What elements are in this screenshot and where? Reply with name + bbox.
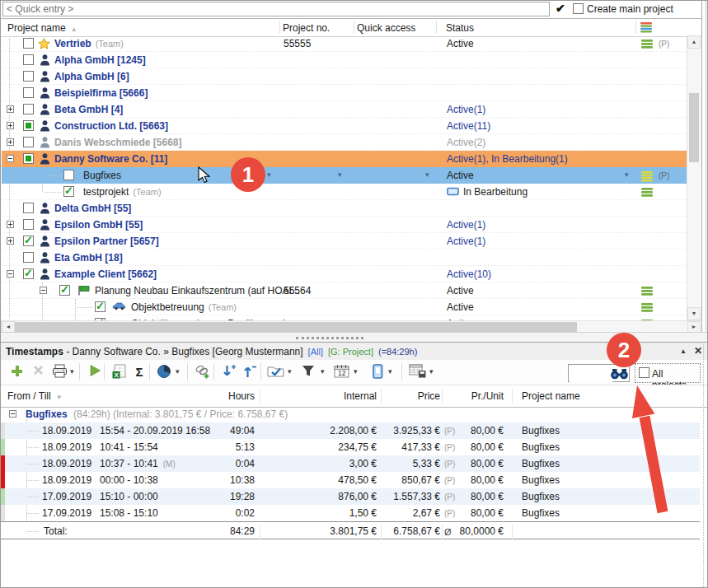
tree-vertical-scrollbar[interactable]: ▲ ▼ <box>687 35 701 320</box>
column-project-name[interactable]: Project name <box>522 390 580 402</box>
expander-minus-icon[interactable] <box>7 270 14 278</box>
tree-row-example-client[interactable]: Example Client [5662] Active(10) <box>2 266 687 282</box>
column-project-name[interactable]: Project name▲ <box>7 22 77 34</box>
expander-plus-icon[interactable] <box>7 221 14 228</box>
excel-export-button[interactable]: X <box>110 364 128 380</box>
expander-plus-icon[interactable] <box>7 105 14 113</box>
chevron-down-icon[interactable]: ▾ <box>625 170 629 179</box>
tree-row-danis[interactable]: Danis Webschmiede [5668] Active(2) <box>2 134 687 151</box>
timestamp-row[interactable]: 18.09.2019 10:37 - 10:41(M) 0:04 3,00 € … <box>1 455 700 472</box>
status-lines-icon[interactable] <box>640 286 654 299</box>
checkbox-checked[interactable] <box>59 285 70 296</box>
chevron-down-icon[interactable]: ▾ <box>267 170 271 179</box>
timestamp-row[interactable]: 18.09.2019 00:00 - 10:38 10:38 478,50 € … <box>1 472 700 488</box>
checkbox-unchecked[interactable] <box>63 170 74 180</box>
checkbox-partial[interactable] <box>23 120 34 131</box>
scroll-right-button[interactable]: ► <box>687 321 701 333</box>
print-button[interactable] <box>50 364 68 380</box>
tree-row-delta[interactable]: Delta GmbH [55] <box>2 200 687 217</box>
column-pr-unit[interactable]: Pr./Unit <box>456 390 504 402</box>
tree-horizontal-scrollbar[interactable]: ◄ ► <box>1 320 701 333</box>
pie-chart-dropdown[interactable]: ▾ <box>176 367 180 376</box>
checkbox-checked[interactable] <box>23 236 34 246</box>
checkbox-unchecked[interactable] <box>23 104 34 114</box>
chevron-down-icon[interactable]: ▾ <box>425 170 429 179</box>
link-add-button[interactable] <box>193 364 211 380</box>
tree-row-construction[interactable]: Construction Ltd. [5663] Active(11) <box>2 118 687 134</box>
tree-row-bugfixes[interactable]: Bugfixes ▾ ▾ ▾ Active ▾ (P) <box>2 167 687 184</box>
column-price[interactable]: Price <box>354 390 440 402</box>
tree-row-planung-neubau[interactable]: Planung Neubau Einkaufszentrum (auf HOAI… <box>2 282 687 299</box>
move-up-remove-button[interactable] <box>240 364 258 380</box>
column-status[interactable]: Status <box>446 22 474 34</box>
tree-row-vertrieb[interactable]: Vertrieb(Team) 55555 Active (P) <box>2 35 687 52</box>
checkbox-checked[interactable] <box>23 268 34 279</box>
all-projects-checkbox[interactable] <box>639 367 649 378</box>
tree-row-beta[interactable]: Beta GmbH [4] Active(1) <box>2 101 687 118</box>
column-quick-access[interactable]: Quick access <box>357 22 415 34</box>
tree-row-objektbetreuung[interactable]: Objektbetreuung(Team) Active <box>2 299 687 315</box>
binoculars-icon[interactable] <box>610 368 629 382</box>
checkbox-unchecked[interactable] <box>23 219 34 230</box>
status-lines-icon[interactable] <box>640 170 654 184</box>
start-timer-button[interactable] <box>86 364 104 380</box>
status-lines-icon[interactable] <box>640 187 654 200</box>
chevron-down-icon[interactable]: ▾ <box>338 170 342 179</box>
calendar-button[interactable]: 12 <box>332 364 350 380</box>
checkbox-unchecked[interactable] <box>23 137 34 147</box>
timestamp-row[interactable]: 18.09.2019 10:41 - 15:54 5:13 234,75 € 4… <box>1 439 700 455</box>
create-main-project-checkbox[interactable] <box>573 3 584 14</box>
expander-minus-icon[interactable] <box>7 155 14 162</box>
tree-row-eta[interactable]: Eta GmbH [18] <box>2 250 687 266</box>
tree-row-beispielfirma[interactable]: Beispielfirma [5666] <box>2 85 687 101</box>
checkbox-unchecked[interactable] <box>23 54 34 65</box>
filter-button[interactable] <box>299 364 317 380</box>
checkbox-checked[interactable] <box>63 186 74 197</box>
group-row-bugfixes[interactable]: Bugfixes (84:29h) (Internal: 3.801,75 € … <box>1 406 700 422</box>
folder-check-dropdown[interactable]: ▾ <box>288 367 292 376</box>
tree-row-alpha-6[interactable]: Alpha GmbH [6] <box>2 68 687 85</box>
filter-dropdown[interactable]: ▾ <box>321 367 325 376</box>
tree-row-alpha-1245[interactable]: Alpha GmbH [1245] <box>2 52 687 68</box>
timestamp-row[interactable]: 18.09.2019 15:54 - 20.09.2019 16:58 49:0… <box>1 422 700 439</box>
delete-button[interactable] <box>29 364 47 380</box>
status-lines-icon[interactable] <box>640 39 654 52</box>
move-down-add-button[interactable] <box>219 364 237 380</box>
pie-chart-button[interactable] <box>155 364 173 380</box>
add-button[interactable] <box>7 364 26 380</box>
device-dropdown[interactable]: ▾ <box>388 367 392 376</box>
print-dropdown[interactable]: ▾ <box>70 367 74 376</box>
tree-row-testprojekt[interactable]: testprojekt(Team) In Bearbeitung <box>2 184 687 200</box>
checkbox-unchecked[interactable] <box>23 203 34 213</box>
checkbox-partial[interactable] <box>23 153 34 164</box>
tree-row-epsilon-gmbh[interactable]: Epsilon GmbH [55] Active(1) <box>2 217 687 233</box>
timestamp-row[interactable]: 17.09.2019 15:10 - 00:00 19:28 876,00 € … <box>1 488 700 505</box>
checkbox-unchecked[interactable] <box>23 87 34 98</box>
collapse-panel-button[interactable]: ▲ <box>680 348 687 355</box>
timestamp-row[interactable]: 17.09.2019 15:08 - 15:10 0:02 1,50 € 2,6… <box>1 505 700 521</box>
status-lines-multicolor-icon[interactable] <box>640 21 653 35</box>
column-hours[interactable]: Hours <box>190 390 255 402</box>
search-box[interactable] <box>568 364 630 382</box>
device-button[interactable] <box>368 364 387 380</box>
checkbox-unchecked[interactable] <box>23 38 34 49</box>
confirm-check-icon[interactable]: ✔ <box>556 2 565 15</box>
scroll-up-button[interactable]: ▲ <box>687 35 701 49</box>
expander-plus-icon[interactable] <box>7 237 14 245</box>
tree-row-epsilon-partner[interactable]: Epsilon Partner [5657] Active(1) <box>2 233 687 250</box>
sum-button[interactable]: Σ <box>130 364 148 380</box>
column-project-no[interactable]: Project no. <box>283 22 330 34</box>
checkbox-checked[interactable] <box>95 301 105 312</box>
close-panel-button[interactable]: ✕ <box>694 345 702 357</box>
scroll-left-button[interactable]: ◄ <box>2 321 15 333</box>
expander-minus-icon[interactable] <box>9 410 16 418</box>
scrollbar-thumb[interactable] <box>15 322 577 332</box>
all-projects-option[interactable]: All projects <box>635 363 701 383</box>
expander-minus-icon[interactable] <box>40 287 47 294</box>
search-input[interactable] <box>570 366 612 382</box>
table-layout-dropdown[interactable]: ▾ <box>429 367 434 376</box>
splitter-drag-handle[interactable] <box>296 337 363 339</box>
scrollbar-thumb[interactable] <box>689 93 699 162</box>
scroll-down-button[interactable]: ▼ <box>687 307 701 320</box>
status-lines-icon[interactable] <box>640 302 654 315</box>
